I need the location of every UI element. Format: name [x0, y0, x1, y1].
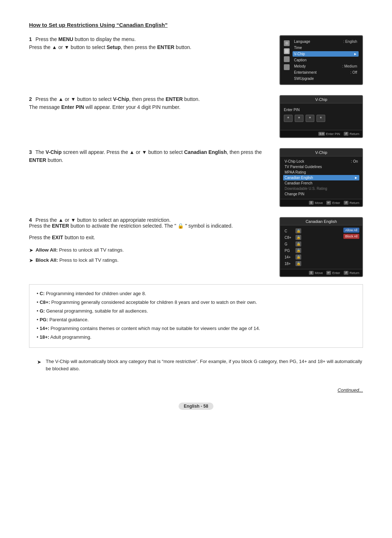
can-eng-pg-lock: 🔒 [295, 248, 301, 253]
can-eng-14-row: 14+ 🔒 [283, 254, 343, 260]
footer-return2-label: Return [350, 201, 359, 205]
svg-rect-2 [285, 57, 289, 61]
menu-item-entertainment-label: Entertainment [294, 70, 317, 74]
sidebar-icon-1 [284, 40, 290, 46]
vchip-mpaa-label: MPAA Rating [285, 170, 306, 174]
can-eng-footer-enter: ↵ Enter [326, 271, 340, 275]
footer-return2: ↺ Return [344, 201, 359, 205]
menu-item-caption: Caption [293, 57, 359, 63]
bullet-18: • 18+: Adult programming. [37, 333, 355, 341]
footer-enter-pin-icon: 0-9 [318, 132, 325, 136]
pin-dot-4: * [317, 115, 325, 122]
vchip-can-french-item: Canadian French [283, 180, 359, 186]
can-eng-footer-move-label: Move [315, 271, 323, 275]
vchip-can-english-item: Canadian English ► [283, 175, 359, 180]
bullet-c8: • C8+: Programming generally considered … [37, 298, 355, 306]
footer-return-icon: ↺ [344, 132, 348, 136]
step-4-exit: Press the EXIT button to exit. [29, 235, 269, 240]
vchip-menu-body: V-Chip Lock : On TV Parental Guidelines … [280, 156, 362, 199]
vchip-tv-parental-label: TV Parental Guidelines [285, 165, 322, 169]
menu-item-language-label: Language [294, 40, 310, 44]
vchip-lock-label: V-Chip Lock [285, 159, 304, 163]
vchip-change-pin-label: Change PIN [285, 192, 304, 196]
can-eng-footer-move-icon: ⇕ [309, 271, 314, 275]
step-3-text: 3 The V-Chip screen will appear. Press t… [29, 148, 279, 164]
menu-item-entertainment-value: : Off [350, 70, 357, 74]
can-eng-c8-row: C8+ 🔒 [283, 234, 343, 241]
allow-all-arrow: ➤ [29, 246, 33, 254]
menu-item-vchip-arrow: ► [354, 52, 357, 56]
menu-item-language-value: : English [343, 40, 357, 44]
step-4-screen: Canadian English C 🔒 C8+ 🔒 [279, 217, 363, 277]
vchip-downloadable-item: Downloadable U.S. Rating [283, 186, 359, 191]
continued-text: Continued... [29, 387, 363, 393]
bullet-14: • 14+: Programming contains themes or co… [37, 325, 355, 333]
vchip-menu-screen: V-Chip V-Chip Lock : On TV Parental Guid… [279, 148, 363, 207]
can-eng-18-row: 18+ 🔒 [283, 260, 343, 267]
vchip-can-french-label: Canadian French [285, 181, 313, 185]
vchip-tv-parental-item: TV Parental Guidelines [283, 164, 359, 170]
step-2-text: 2 Press the ▲ or ▼ button to select V-Ch… [29, 95, 279, 111]
can-eng-footer-return-icon: ↺ [344, 271, 348, 275]
can-eng-footer-enter-label: Enter [332, 271, 340, 275]
pin-screen-footer: 0-9 Enter PIN ↺ Return [280, 130, 362, 137]
block-all-arrow: ➤ [29, 256, 33, 264]
setup-menu-body: Language : English Time V-Chip ► [280, 36, 362, 84]
sidebar-icon-3 [284, 56, 290, 62]
footer-move: ⇕ Move [309, 201, 323, 205]
allow-all-button[interactable]: Allow All [343, 228, 359, 233]
footer-return: ↺ Return [344, 132, 359, 136]
can-eng-c8-lock: 🔒 [295, 235, 301, 240]
page-container: How to Set up Restrictions Using “Canadi… [29, 22, 363, 409]
can-eng-g-lock: 🔒 [295, 241, 301, 246]
step-1-text: 1 Press the MENU button to display the m… [29, 35, 279, 52]
bullet-g: • G: General programming, suitable for a… [37, 307, 355, 315]
tv-sidebar [284, 39, 290, 81]
menu-item-time: Time [293, 45, 359, 50]
bottom-note-text: The V-Chip will automatically block any … [46, 358, 363, 373]
menu-item-melody-value: : Medium [342, 64, 357, 68]
pin-dots: * * * * [284, 115, 359, 122]
step-2-screen: V-Chip Enter PIN * * * * 0-9 Ent [279, 95, 363, 138]
step-1-content: Press the MENU button to display the men… [29, 36, 191, 50]
step-3-screen: V-Chip V-Chip Lock : On TV Parental Guid… [279, 148, 363, 207]
step-2-number: 2 [29, 96, 32, 102]
pin-label: Enter PIN [284, 108, 359, 112]
can-eng-18-label: 18+ [285, 262, 293, 266]
bottom-note: ➤ The V-Chip will automatically block an… [29, 358, 363, 373]
menu-item-melody-label: Melody [294, 64, 306, 68]
page-footer-label: English - 58 [179, 403, 213, 410]
vchip-screen-footer: ⇕ Move ↵ Enter ↺ Return [280, 199, 362, 206]
can-eng-pg-label: PG [285, 249, 293, 253]
menu-item-entertainment: Entertainment : Off [293, 70, 359, 75]
can-eng-g-row: G 🔒 [283, 241, 343, 247]
svg-point-0 [285, 42, 288, 45]
step-2-row: 2 Press the ▲ or ▼ button to select V-Ch… [29, 95, 363, 138]
pin-dot-3: * [306, 115, 314, 122]
footer-enter-label: Enter [332, 201, 340, 205]
canadian-english-screen: Canadian English C 🔒 C8+ 🔒 [279, 217, 363, 277]
vchip-change-pin-item: Change PIN [283, 191, 359, 197]
block-all-note: ➤ Block All: Press to lock all TV rating… [29, 256, 269, 264]
footer-enter-pin-label: Enter PIN [326, 132, 340, 136]
step-4-para: 4 Press the ▲ or ▼ button to select an a… [29, 217, 269, 229]
can-eng-footer-return-label: Return [350, 271, 359, 275]
footer-move-icon: ⇕ [309, 201, 314, 205]
sidebar-icon-2 [284, 48, 290, 54]
page-footer: English - 58 [29, 404, 363, 409]
allow-all-text: Allow All: Press to unlock all TV rating… [36, 246, 124, 254]
pin-screen-title: V-Chip [280, 96, 362, 103]
can-eng-ratings-list: C 🔒 C8+ 🔒 G 🔒 [283, 228, 343, 267]
can-eng-g-label: G [285, 242, 293, 246]
allow-all-note: ➤ Allow All: Press to unlock all TV rati… [29, 246, 269, 254]
step-3-row: 3 The V-Chip screen will appear. Press t… [29, 148, 363, 207]
block-all-button[interactable]: Block All [343, 234, 359, 239]
vchip-can-english-label: Canadian English [285, 176, 313, 180]
footer-enter-icon: ↵ [326, 201, 331, 205]
can-eng-c-label: C [285, 229, 293, 233]
step-1-row: 1 Press the MENU button to display the m… [29, 35, 363, 85]
pin-entry-screen: V-Chip Enter PIN * * * * 0-9 Ent [279, 95, 363, 138]
bullet-section: • C: Programming intended for children u… [29, 284, 363, 348]
block-all-text: Block All: Press to lock all TV ratings. [36, 256, 119, 264]
can-eng-footer-return: ↺ Return [344, 271, 359, 275]
